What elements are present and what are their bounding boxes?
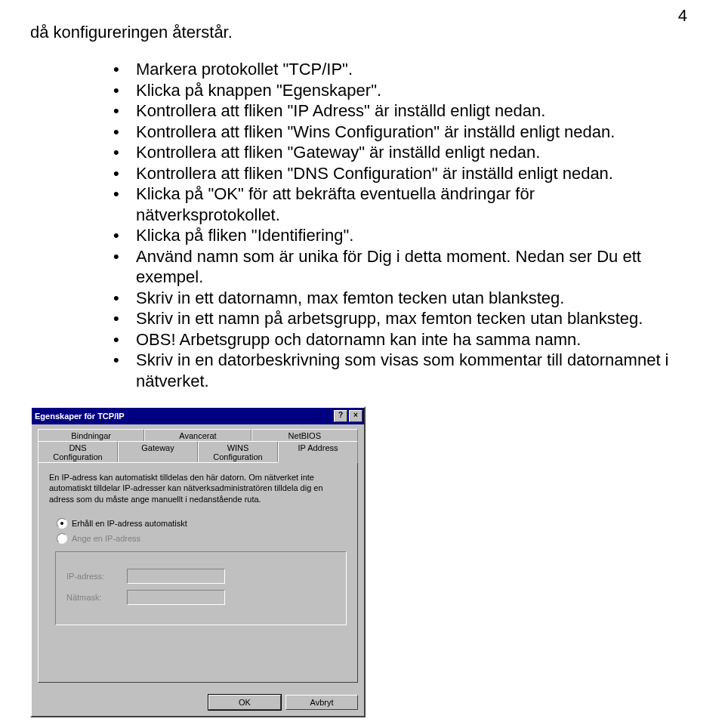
help-button[interactable]: ? <box>334 410 347 422</box>
dialog-title: Egenskaper för TCP/IP <box>35 412 332 421</box>
list-item: Markera protokollet "TCP/IP". <box>113 59 672 80</box>
radio-label: Ange en IP-adress <box>72 534 140 543</box>
tab-panel-ip-address: En IP-adress kan automatiskt tilldelas d… <box>38 462 358 683</box>
tab-dns-configuration[interactable]: DNS Configuration <box>38 441 118 463</box>
list-item: Skriv in ett datornamn, max femton tecke… <box>113 288 672 309</box>
cancel-button[interactable]: Avbryt <box>285 695 358 710</box>
list-item: Klicka på knappen "Egenskaper". <box>113 80 672 101</box>
tab-netbios[interactable]: NetBIOS <box>251 429 358 442</box>
tab-bindningar[interactable]: Bindningar <box>38 429 144 442</box>
radio-specify-ip[interactable]: Ange en IP-adress <box>57 533 347 544</box>
netmask-input[interactable] <box>127 590 225 605</box>
ip-address-input[interactable] <box>127 569 225 584</box>
radio-icon <box>57 518 67 529</box>
list-item: Kontrollera att fliken "DNS Configuratio… <box>113 163 672 184</box>
intro-line: då konfigureringen återstår. <box>30 23 672 42</box>
tcpip-properties-dialog: Egenskaper för TCP/IP ? × Bindningar Ava… <box>30 406 366 717</box>
label-ip-address: IP-adress: <box>66 572 127 581</box>
tab-wins-configuration[interactable]: WINS Configuration <box>198 441 278 463</box>
page-number: 4 <box>678 6 687 26</box>
radio-label: Erhåll en IP-adress automatiskt <box>72 519 187 528</box>
list-item: Kontrollera att fliken "IP Adress" är in… <box>113 100 672 122</box>
list-item: OBS! Arbetsgrupp och datornamn kan inte … <box>113 329 672 350</box>
tab-gateway[interactable]: Gateway <box>118 441 198 463</box>
list-item: Skriv in ett namn på arbetsgrupp, max fe… <box>113 308 672 329</box>
list-item: Klicka på fliken "Identifiering". <box>113 225 672 246</box>
list-item: Klicka på "OK" för att bekräfta eventuel… <box>113 184 672 225</box>
titlebar[interactable]: Egenskaper för TCP/IP ? × <box>32 408 364 424</box>
label-netmask: Nätmask: <box>66 593 127 602</box>
list-item: Skriv in en datorbeskrivning som visas s… <box>113 350 672 391</box>
list-item: Kontrollera att fliken "Gateway" är inst… <box>113 142 672 163</box>
tab-ip-address[interactable]: IP Address <box>278 441 358 463</box>
list-item: Använd namn som är unika för Dig i detta… <box>113 246 672 288</box>
radio-obtain-auto[interactable]: Erhåll en IP-adress automatiskt <box>57 518 347 529</box>
tab-avancerat[interactable]: Avancerat <box>144 429 251 442</box>
list-item: Kontrollera att fliken "Wins Configurati… <box>113 122 672 143</box>
ok-button[interactable]: OK <box>208 695 281 710</box>
instruction-list: Markera protokollet "TCP/IP". Klicka på … <box>30 59 672 391</box>
radio-icon <box>57 533 67 544</box>
panel-description: En IP-adress kan automatiskt tilldelas d… <box>49 472 347 504</box>
ip-fields-group: IP-adress: Nätmask: <box>55 551 347 625</box>
close-button[interactable]: × <box>349 410 362 422</box>
